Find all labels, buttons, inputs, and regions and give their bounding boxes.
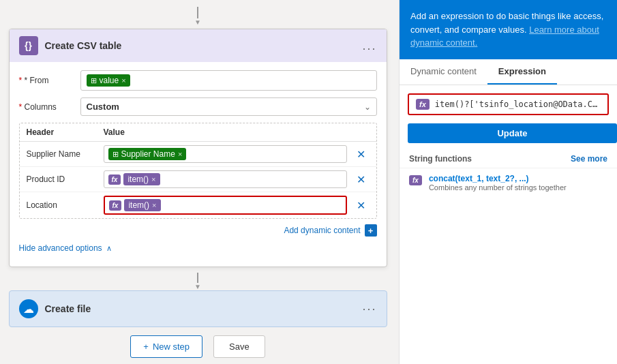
product-token-label: item()	[127, 175, 149, 184]
create-file-title: Create file	[45, 303, 356, 314]
from-token-close[interactable]: ×	[121, 76, 125, 85]
product-token-close[interactable]: ×	[151, 175, 155, 183]
columns-dropdown[interactable]: Custom ⌄	[80, 97, 377, 116]
update-button[interactable]: Update	[408, 123, 617, 143]
chevron-up-icon: ∧	[106, 244, 112, 253]
chevron-down-icon: ⌄	[364, 102, 371, 112]
fx-icon: fx	[108, 175, 121, 185]
supplier-token-close[interactable]: ×	[178, 150, 182, 158]
location-token-label: item()	[128, 200, 149, 210]
func-fx-icon: fx	[409, 175, 422, 185]
hide-advanced-label: Hide advanced options	[19, 243, 102, 253]
concat-function-item: fx concat(text_1, text_2?, ...) Combines…	[400, 168, 617, 197]
fx-icon: fx	[109, 200, 122, 211]
bottom-bar: + New step Save	[130, 335, 265, 358]
table-header-row: Header Value	[20, 123, 376, 142]
from-input[interactable]: ⊞ value ×	[80, 70, 377, 91]
panel-header: Add an expression to do basic things lik…	[400, 0, 617, 59]
value-col-label: Value	[98, 127, 370, 137]
create-file-menu-button[interactable]: ···	[362, 302, 376, 316]
card-header: {} Create CSV table ...	[10, 29, 387, 62]
save-button[interactable]: Save	[213, 335, 265, 358]
product-token-field[interactable]: fx item() ×	[104, 170, 347, 188]
from-row: * * From ⊞ value ×	[19, 70, 377, 91]
row-header-location: Location	[27, 200, 98, 210]
supplier-token-label: Supplier Name	[121, 149, 175, 159]
columns-label: * Columns	[19, 102, 80, 112]
location-delete-button[interactable]: ✕	[352, 198, 370, 213]
columns-row: * Columns Custom ⌄	[19, 97, 377, 116]
row-value-supplier: ⊞ Supplier Name × ✕	[98, 145, 370, 163]
table-row: Location fx item() × ✕	[20, 192, 376, 218]
create-file-icon: ☁	[19, 299, 38, 318]
supplier-name-token[interactable]: ⊞ Supplier Name ×	[108, 148, 187, 160]
card-title: Create CSV table	[45, 40, 356, 51]
expression-input[interactable]: item()?['tsinfo_location@OData.Communi	[435, 100, 601, 109]
table-row: Supplier Name ⊞ Supplier Name × ✕	[20, 142, 376, 167]
token-grid-icon: ⊞	[112, 150, 119, 159]
table-row: Product ID fx item() × ✕	[20, 167, 376, 192]
row-value-location: fx item() × ✕	[98, 196, 370, 215]
supplier-token-field[interactable]: ⊞ Supplier Name ×	[104, 145, 347, 163]
concat-function-desc: Combines any number of strings together	[429, 183, 567, 192]
card-menu-button[interactable]: ...	[362, 39, 376, 53]
from-token-label: value	[100, 76, 119, 85]
product-delete-button[interactable]: ✕	[352, 172, 370, 187]
add-dynamic-button[interactable]: Add dynamic content +	[19, 224, 377, 237]
location-token[interactable]: item() ×	[124, 199, 160, 211]
expression-input-row[interactable]: fx item()?['tsinfo_location@OData.Commun…	[408, 93, 609, 115]
supplier-delete-button[interactable]: ✕	[352, 147, 370, 162]
string-functions-label: String functions	[409, 154, 472, 164]
card-icon: {}	[19, 36, 38, 55]
create-csv-card: {} Create CSV table ... * * From ⊞ value…	[9, 29, 387, 267]
plus-icon: +	[143, 342, 149, 352]
from-label: * * From	[19, 76, 80, 85]
row-header-supplier: Supplier Name	[27, 149, 98, 159]
header-col-label: Header	[27, 127, 98, 137]
create-file-card[interactable]: ☁ Create file ···	[9, 290, 387, 327]
from-token[interactable]: ⊞ value ×	[87, 74, 130, 87]
row-header-product: Product ID	[27, 175, 98, 184]
concat-function-name[interactable]: concat(text_1, text_2?, ...)	[429, 174, 567, 183]
new-step-button[interactable]: + New step	[130, 335, 202, 358]
row-value-product: fx item() × ✕	[98, 170, 370, 188]
fx-badge: fx	[416, 99, 430, 110]
location-token-close[interactable]: ×	[152, 201, 156, 209]
product-id-token[interactable]: item() ×	[123, 173, 160, 185]
string-functions-header: String functions See more	[400, 150, 617, 168]
columns-value: Custom	[87, 102, 119, 112]
tab-dynamic-content[interactable]: Dynamic content	[400, 59, 487, 85]
hide-advanced-button[interactable]: Hide advanced options ∧	[19, 241, 377, 258]
add-dynamic-icon: +	[365, 224, 377, 237]
location-token-field[interactable]: fx item() ×	[104, 196, 347, 215]
tab-expression[interactable]: Expression	[487, 59, 557, 85]
card-body: * * From ⊞ value × * Columns Custom	[10, 62, 387, 267]
token-icon: ⊞	[91, 76, 97, 85]
column-table: Header Value Supplier Name ⊞ Supplier Na…	[19, 123, 377, 219]
new-step-label: New step	[153, 342, 190, 352]
panel-tabs: Dynamic content Expression	[400, 59, 617, 85]
expression-panel: Add an expression to do basic things lik…	[399, 0, 617, 364]
middle-arrow	[193, 273, 202, 290]
see-more-button[interactable]: See more	[571, 154, 607, 164]
top-arrow	[192, 7, 203, 26]
